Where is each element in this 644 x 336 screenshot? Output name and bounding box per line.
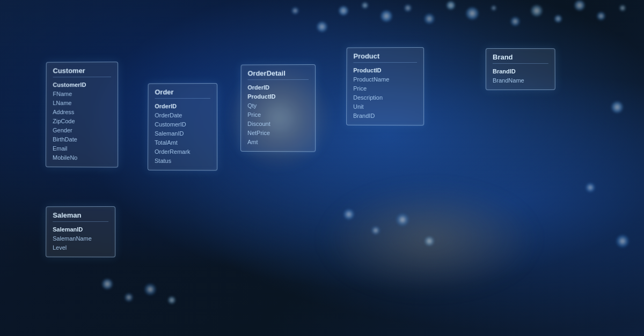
bokeh-dot-9 [531, 5, 543, 17]
product-field-1: ProductName [353, 75, 417, 84]
bokeh-dot-4 [424, 13, 435, 24]
bokeh-dot-0 [339, 6, 348, 16]
scene: Customer CustomerID FName LName Address … [0, 0, 644, 336]
bokeh-dot-21 [144, 283, 156, 295]
customer-field-7: Email [53, 144, 111, 153]
bokeh-dot-16 [611, 101, 623, 113]
bokeh-dot-14 [317, 21, 327, 32]
bokeh-dot-12 [597, 12, 605, 20]
bokeh-dot-1 [362, 2, 368, 9]
orderdetail-field-2: Qty [247, 101, 309, 110]
saleman-field-0: SalemanID [53, 225, 108, 234]
bokeh-dot-17 [586, 183, 595, 192]
order-table: Order OrderID OrderDate CustomerID Salem… [148, 83, 217, 171]
customer-field-4: ZipCode [53, 117, 111, 126]
customer-field-8: MobileNo [53, 153, 111, 163]
bokeh-dot-13 [619, 5, 626, 11]
customer-field-0: CustomerID [53, 80, 111, 89]
product-field-0: ProductID [353, 66, 417, 75]
customer-field-5: Gender [53, 126, 111, 135]
bokeh-dot-3 [404, 4, 412, 12]
order-title: Order [155, 88, 210, 99]
order-field-1: OrderDate [155, 111, 210, 120]
bokeh-dot-24 [371, 226, 380, 235]
customer-field-1: FName [53, 89, 111, 99]
bokeh-dot-6 [466, 7, 479, 20]
product-field-3: Description [353, 93, 417, 102]
saleman-field-1: SalemanName [53, 234, 108, 243]
product-title: Product [353, 52, 417, 63]
saleman-field-2: Level [53, 243, 108, 252]
orderdetail-field-1: ProductID [247, 92, 309, 101]
brand-title: Brand [493, 53, 548, 64]
brand-table: Brand BrandID BrandName [486, 48, 555, 90]
product-field-2: Price [353, 84, 417, 93]
orderdetail-field-3: Price [247, 110, 309, 120]
bokeh-dot-22 [168, 296, 175, 304]
brand-field-1: BrandName [493, 76, 548, 85]
orderdetail-field-0: OrderID [247, 83, 309, 92]
brand-field-0: BrandID [493, 67, 548, 76]
product-field-5: BrandID [353, 111, 417, 121]
customer-field-2: LName [53, 99, 111, 108]
bokeh-dot-2 [380, 10, 392, 22]
customer-field-3: Address [53, 108, 111, 117]
bokeh-dot-5 [447, 1, 455, 10]
saleman-title: Saleman [53, 211, 108, 222]
order-field-6: Status [155, 156, 210, 166]
bokeh-dot-20 [125, 293, 133, 302]
order-field-3: SalemanID [155, 129, 210, 138]
customer-table: Customer CustomerID FName LName Address … [46, 62, 118, 168]
order-field-2: CustomerID [155, 120, 210, 129]
product-table: Product ProductID ProductName Price Desc… [346, 47, 424, 126]
saleman-table: Saleman SalemanID SalemanName Level [46, 206, 115, 257]
order-field-0: OrderID [155, 102, 210, 111]
order-field-4: TotalAmt [155, 138, 210, 147]
bokeh-dot-10 [554, 15, 562, 23]
bokeh-dot-25 [396, 213, 409, 226]
orderdetail-field-6: Amt [247, 138, 309, 147]
orderdetail-title: OrderDetail [247, 69, 309, 80]
customer-title: Customer [53, 66, 111, 77]
customer-field-6: BirthDate [53, 135, 111, 144]
orderdetail-field-5: NetPrice [247, 129, 309, 138]
orderdetail-table: OrderDetail OrderID ProductID Qty Price … [240, 64, 316, 152]
bokeh-dot-15 [291, 7, 299, 14]
bokeh-dot-11 [574, 0, 585, 11]
bokeh-dot-26 [425, 236, 434, 246]
product-field-4: Unit [353, 102, 417, 111]
order-field-5: OrderRemark [155, 147, 210, 156]
orderdetail-field-4: Discount [247, 120, 309, 129]
bokeh-dot-8 [510, 17, 520, 26]
bokeh-dot-7 [491, 5, 496, 11]
bokeh-dot-18 [616, 235, 629, 248]
bokeh-dot-19 [102, 279, 113, 289]
bokeh-dot-23 [343, 209, 354, 220]
